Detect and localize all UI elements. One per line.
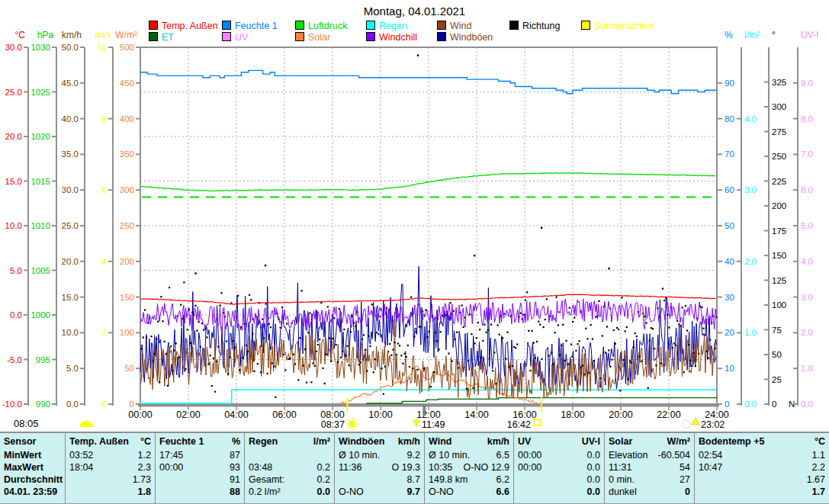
svg-text:W/m²: W/m² <box>115 30 137 40</box>
x-axis-labels: 00:0002:0004:0006:0008:0010:0012:0014:00… <box>128 406 728 420</box>
table-cell: Elevation-60.504 <box>609 449 690 461</box>
svg-text:20.0: 20.0 <box>62 257 79 266</box>
svg-text:15.0: 15.0 <box>62 293 79 302</box>
svg-text:50: 50 <box>124 364 134 373</box>
table-row-label: MaxWert <box>4 461 61 474</box>
table-cell: 02:541.1 <box>699 449 825 461</box>
table-col-1: Temp. Außen°C03:521.218:042.31.731.8 <box>65 433 155 503</box>
table-cell: Ø 10 min.6.5 <box>429 449 509 461</box>
svg-text:3.0: 3.0 <box>801 293 813 302</box>
svg-text:30.0: 30.0 <box>5 43 22 52</box>
svg-text:90: 90 <box>725 79 734 88</box>
svg-text:2.0: 2.0 <box>801 328 813 337</box>
table-header: SolarW/m² <box>609 435 690 449</box>
svg-text:1020: 1020 <box>31 132 50 141</box>
axis-left-hPa: 9909951000100510101015102010251030hPa <box>31 30 56 409</box>
svg-text:00:00: 00:00 <box>128 409 152 420</box>
svg-text:5.0: 5.0 <box>10 266 22 275</box>
svg-text:30.0: 30.0 <box>62 185 79 194</box>
svg-text:2.0: 2.0 <box>744 257 757 266</box>
table-header: Feuchte 1% <box>159 435 240 449</box>
table-cell: dunkel0 <box>609 486 690 498</box>
svg-text:200: 200 <box>120 257 134 266</box>
svg-text:1025: 1025 <box>31 88 50 97</box>
svg-text:0.0: 0.0 <box>66 400 79 409</box>
svg-text:1000: 1000 <box>31 310 50 319</box>
svg-text:min: min <box>95 30 110 40</box>
svg-text:14:00: 14:00 <box>464 409 488 420</box>
svg-text:250: 250 <box>772 152 786 161</box>
svg-text:10: 10 <box>97 43 107 52</box>
svg-text:4.0: 4.0 <box>801 257 813 266</box>
svg-text:km/h: km/h <box>62 30 82 40</box>
svg-text:8.0: 8.0 <box>801 114 813 124</box>
svg-text:25.0: 25.0 <box>62 221 79 230</box>
svg-text:0.0: 0.0 <box>744 400 757 409</box>
axis-left-km/h: 0.05.010.015.020.025.030.035.040.045.050… <box>62 30 85 409</box>
sunset-icon <box>534 419 540 425</box>
table-cell: 0.0 <box>518 474 600 486</box>
table-col-6: UVUV-I00:000.000:000.00.00.0 <box>513 433 604 503</box>
table-header: Regenl/m² <box>249 435 330 449</box>
table-cell: 8.7 <box>339 474 420 486</box>
table-row-label: MinWert <box>4 449 61 461</box>
svg-text:04:00: 04:00 <box>224 409 248 420</box>
svg-text:10:00: 10:00 <box>368 409 392 420</box>
svg-text:25.0: 25.0 <box>5 88 22 97</box>
weather-chart: -10.0-5.00.05.010.015.020.025.030.0°C990… <box>0 20 829 433</box>
svg-text:hPa: hPa <box>37 30 54 40</box>
svg-text:06:00: 06:00 <box>272 409 296 420</box>
svg-text:10.0: 10.0 <box>62 328 79 337</box>
svg-text:1005: 1005 <box>31 266 50 275</box>
svg-text:150: 150 <box>120 293 134 302</box>
svg-text:20.0: 20.0 <box>5 132 22 141</box>
table-cell: 00:000.0 <box>518 449 600 461</box>
table-cell: 149.8 km6.2 <box>429 474 509 486</box>
svg-text:100: 100 <box>120 328 134 337</box>
axis-left-°C: -10.0-5.00.05.010.015.020.025.030.0°C <box>2 30 28 409</box>
svg-text:250: 250 <box>120 221 134 230</box>
table-cell: 18:042.3 <box>69 461 151 474</box>
svg-text:0.0: 0.0 <box>10 310 22 319</box>
table-cell: 0 min.27 <box>609 474 690 486</box>
moonrise-icon <box>683 420 690 428</box>
table-header: UVUV-I <box>518 435 600 449</box>
svg-text:08:37: 08:37 <box>321 419 345 430</box>
svg-text:6.0: 6.0 <box>801 185 813 194</box>
svg-text:175: 175 <box>772 226 786 236</box>
svg-text:150: 150 <box>772 251 786 260</box>
table-cell: O-NO9.7 <box>339 486 420 498</box>
table-cell: 1.67 <box>699 474 825 486</box>
svg-text:50: 50 <box>725 221 734 230</box>
svg-text:15.0: 15.0 <box>5 177 22 186</box>
svg-text:400: 400 <box>120 114 134 124</box>
svg-text:350: 350 <box>120 149 134 159</box>
table-col-3: Regenl/m²03:480.2Gesamt:0.20.2 l/m²0.0 <box>244 433 334 503</box>
table-cell: 10:472.2 <box>699 461 825 474</box>
svg-text:60: 60 <box>725 185 734 194</box>
svg-text:40.0: 40.0 <box>62 114 79 124</box>
svg-text:10: 10 <box>725 364 734 373</box>
svg-text:16:42: 16:42 <box>507 419 531 430</box>
svg-text:7.0: 7.0 <box>801 149 813 159</box>
svg-text:0: 0 <box>772 400 776 409</box>
table-cell: 03:521.2 <box>69 449 151 461</box>
table-col-2: Feuchte 1%17:458700:00939188 <box>155 433 244 503</box>
svg-text:-10.0: -10.0 <box>2 400 22 409</box>
table-cell: 1.73 <box>69 474 151 486</box>
svg-text:8: 8 <box>102 114 107 124</box>
svg-text:11:49: 11:49 <box>422 419 445 430</box>
table-cell: 0.0 <box>518 486 600 498</box>
svg-text:300: 300 <box>772 102 786 111</box>
svg-text:1.0: 1.0 <box>744 328 757 337</box>
svg-text:30: 30 <box>725 293 734 302</box>
axis-right-l/m²: 0.01.02.03.04.0l/m² <box>737 30 760 409</box>
weather-app-window: Montag, 04.01.2021 Temp. AußenFeuchte 1L… <box>0 0 829 504</box>
svg-text:1010: 1010 <box>31 221 50 230</box>
table-cell: 10:35O-NO 12.9 <box>429 461 509 474</box>
table-header: Bodentemp +5°C <box>699 435 825 449</box>
table-cell: O-NO6.6 <box>429 486 509 498</box>
svg-text:45.0: 45.0 <box>62 79 79 88</box>
svg-text:70: 70 <box>725 149 734 159</box>
svg-text:l/m²: l/m² <box>744 30 760 40</box>
